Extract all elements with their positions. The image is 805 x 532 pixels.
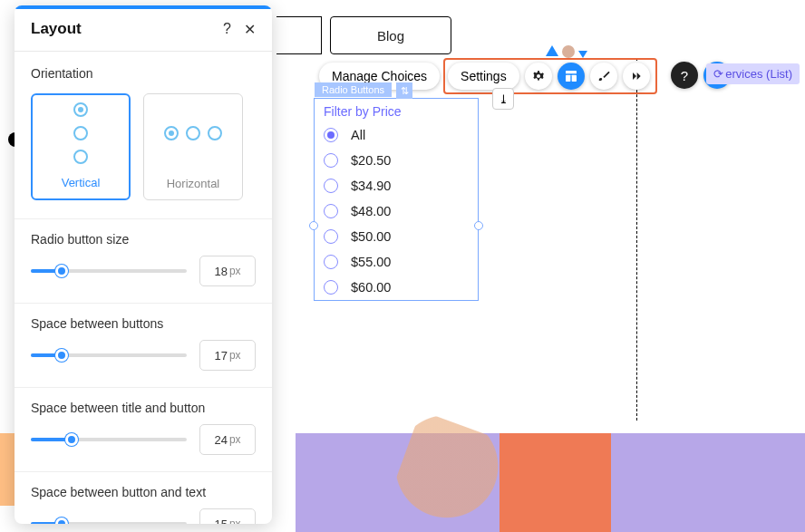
svg-marker-2 bbox=[578, 51, 587, 58]
slider-label: Radio button size bbox=[31, 232, 256, 247]
radio-icon bbox=[324, 204, 338, 218]
radio-option[interactable]: All bbox=[315, 122, 478, 148]
slider-track[interactable] bbox=[31, 269, 187, 273]
radio-icon bbox=[324, 280, 338, 295]
slider-value: 18 bbox=[214, 265, 227, 278]
radio-option[interactable]: $48.00 bbox=[315, 198, 478, 224]
nav-label: Blog bbox=[377, 28, 404, 44]
toolbar-highlight: Settings bbox=[443, 58, 657, 94]
help-icon[interactable]: ? bbox=[223, 21, 231, 38]
radio-option[interactable]: $55.00 bbox=[315, 249, 478, 275]
svg-point-1 bbox=[562, 45, 575, 58]
radio-option[interactable]: $50.00 bbox=[315, 224, 478, 249]
button-label: Manage Choices bbox=[332, 69, 427, 83]
linked-dataset-label[interactable]: ⟳ervices (List) bbox=[706, 63, 800, 84]
svg-marker-0 bbox=[546, 45, 558, 56]
slider-label: Space between buttons bbox=[31, 316, 256, 331]
radio-label: $50.00 bbox=[351, 229, 391, 244]
radio-option[interactable]: $20.50 bbox=[315, 148, 478, 173]
radio-icon bbox=[324, 153, 338, 168]
radio-label: $34.90 bbox=[351, 179, 391, 193]
widget-type-tag: Radio Buttons bbox=[315, 82, 392, 97]
slider-track[interactable] bbox=[31, 522, 187, 524]
slider-unit: px bbox=[229, 265, 241, 277]
radio-label: $20.50 bbox=[351, 153, 391, 168]
nav-item-blog[interactable]: Blog bbox=[330, 16, 451, 54]
slider-value: 15 bbox=[214, 517, 227, 525]
slider-value-input[interactable]: 18px bbox=[199, 256, 256, 286]
settings-button[interactable]: Settings bbox=[448, 63, 519, 90]
sync-icon[interactable]: ⇅ bbox=[396, 82, 412, 99]
slider-unit: px bbox=[229, 517, 241, 524]
layout-panel: Layout ? ✕ Orientation VerticalHorizonta… bbox=[15, 5, 272, 524]
slider-section: Space between buttons17px bbox=[15, 304, 272, 388]
radio-icon bbox=[324, 128, 338, 142]
button-label: Settings bbox=[461, 69, 507, 83]
download-icon[interactable]: ⤓ bbox=[492, 88, 514, 110]
anchor-markers bbox=[546, 45, 587, 58]
panel-header: Layout ? ✕ bbox=[15, 9, 272, 52]
close-icon[interactable]: ✕ bbox=[244, 21, 256, 38]
slider-thumb[interactable] bbox=[65, 433, 78, 446]
slider-unit: px bbox=[229, 349, 241, 362]
link-text: ervices (List) bbox=[725, 67, 792, 81]
orientation-label: Orientation bbox=[31, 66, 256, 81]
image-placeholder bbox=[296, 433, 805, 532]
guide-line bbox=[636, 58, 637, 421]
help-icon[interactable]: ? bbox=[671, 62, 698, 89]
radio-icon bbox=[324, 179, 338, 193]
animation-icon[interactable] bbox=[623, 63, 650, 90]
slider-section: Space between title and button24px bbox=[15, 388, 272, 472]
selection-handle-right[interactable] bbox=[474, 221, 483, 230]
radio-option[interactable]: $34.90 bbox=[315, 173, 478, 198]
radio-icon bbox=[324, 255, 338, 269]
radio-option[interactable]: $60.00 bbox=[315, 275, 478, 300]
widget-title: Filter by Price bbox=[315, 99, 478, 122]
slider-section: Radio button size18px bbox=[15, 219, 272, 304]
orientation-caption: Vertical bbox=[62, 176, 101, 189]
slider-value-input[interactable]: 24px bbox=[199, 424, 256, 455]
slider-value-input[interactable]: 15px bbox=[199, 508, 256, 524]
settings-gear-icon[interactable] bbox=[525, 63, 552, 90]
slider-value-input[interactable]: 17px bbox=[199, 340, 256, 371]
orientation-vertical[interactable]: Vertical bbox=[31, 93, 131, 200]
orientation-horizontal[interactable]: Horizontal bbox=[143, 93, 243, 200]
design-brush-icon[interactable] bbox=[590, 63, 617, 90]
radio-buttons-widget[interactable]: Radio Buttons ⇅ ⤓ Filter by Price All$20… bbox=[314, 98, 479, 301]
orientation-caption: Horizontal bbox=[167, 177, 220, 190]
slider-track[interactable] bbox=[31, 438, 187, 441]
slider-value: 17 bbox=[214, 349, 227, 363]
orientation-section: Orientation VerticalHorizontal bbox=[15, 52, 272, 219]
svg-rect-5 bbox=[571, 75, 576, 82]
radio-label: All bbox=[351, 128, 365, 142]
slider-section: Space between button and text15px bbox=[15, 472, 272, 524]
panel-title: Layout bbox=[31, 20, 82, 38]
layout-icon[interactable] bbox=[558, 63, 585, 90]
slider-track[interactable] bbox=[31, 353, 187, 357]
radio-label: $55.00 bbox=[351, 255, 391, 269]
slider-thumb[interactable] bbox=[55, 349, 68, 362]
slider-unit: px bbox=[229, 433, 241, 446]
nav-item-partial[interactable] bbox=[276, 16, 322, 54]
svg-rect-4 bbox=[566, 75, 570, 82]
slider-label: Space between button and text bbox=[31, 485, 256, 499]
selection-handle-left[interactable] bbox=[309, 221, 318, 230]
slider-thumb[interactable] bbox=[55, 265, 68, 277]
radio-label: $60.00 bbox=[351, 280, 391, 295]
svg-rect-3 bbox=[566, 71, 577, 73]
radio-icon bbox=[324, 229, 338, 244]
radio-label: $48.00 bbox=[351, 204, 391, 218]
slider-label: Space between title and button bbox=[31, 401, 256, 415]
slider-thumb[interactable] bbox=[55, 517, 68, 524]
slider-value: 24 bbox=[214, 433, 227, 447]
